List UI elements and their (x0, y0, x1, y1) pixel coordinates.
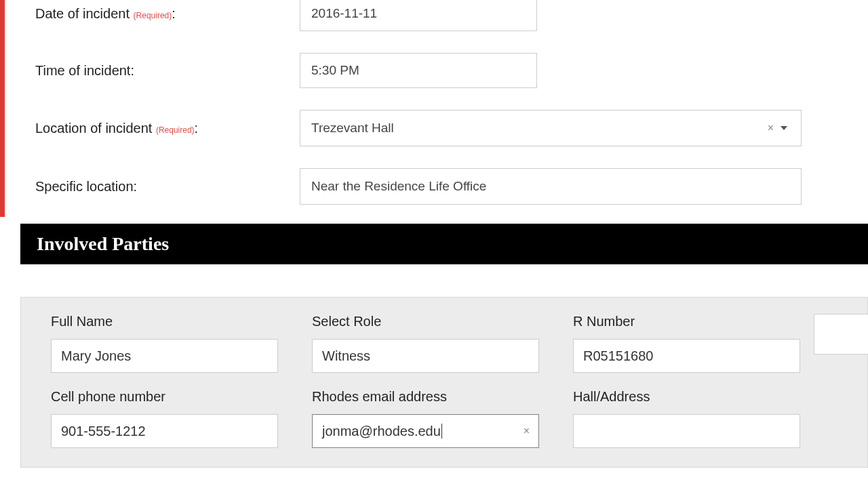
specific-location-value: Near the Residence Life Office (311, 179, 486, 194)
clear-icon[interactable]: × (768, 122, 774, 134)
rnumber-input[interactable]: R05151680 (573, 339, 800, 373)
location-label-text: Location of incident (35, 121, 152, 136)
email-input[interactable]: jonma@rhodes.edu (312, 414, 539, 448)
role-value: Witness (322, 348, 370, 364)
required-badge: (Required) (134, 11, 172, 20)
time-value: 5:30 PM (311, 63, 359, 78)
full-name-label: Full Name (51, 314, 278, 329)
location-select[interactable]: Trezevant Hall × (300, 110, 802, 146)
involved-party-card: Full Name Mary Jones Select Role Witness… (20, 297, 868, 468)
specific-location-label: Specific location: (35, 179, 300, 195)
date-value: 2016-11-11 (311, 6, 377, 21)
cell-input[interactable]: 901-555-1212 (51, 414, 278, 448)
email-value: jonma@rhodes.edu (322, 424, 441, 439)
email-label: Rhodes email address (312, 389, 539, 405)
date-label-text: Date of incident (35, 6, 130, 21)
role-label: Select Role (312, 314, 539, 329)
hall-input[interactable] (573, 414, 800, 448)
accent-bar (0, 0, 5, 217)
date-label: Date of incident (Required): (35, 6, 300, 22)
role-select[interactable]: Witness (312, 339, 539, 373)
time-label: Time of incident: (35, 63, 300, 79)
remove-party-button[interactable] (814, 314, 868, 354)
full-name-value: Mary Jones (61, 348, 131, 364)
section-header-involved: Involved Parties (20, 224, 868, 264)
hall-label: Hall/Address (573, 389, 800, 405)
full-name-input[interactable]: Mary Jones (51, 339, 278, 373)
rnumber-value: R05151680 (583, 348, 653, 364)
location-label: Location of incident (Required): (35, 121, 300, 136)
text-cursor (441, 424, 442, 439)
cell-value: 901-555-1212 (61, 424, 146, 439)
time-input[interactable]: 5:30 PM (300, 53, 537, 88)
date-input[interactable]: 2016-11-11 (300, 0, 537, 31)
incident-form: Date of incident (Required): 2016-11-11 … (0, 0, 868, 205)
cell-label: Cell phone number (51, 389, 278, 405)
specific-location-input[interactable]: Near the Residence Life Office (300, 168, 802, 205)
rnumber-label: R Number (573, 314, 800, 329)
chevron-down-icon[interactable] (781, 126, 787, 130)
required-badge: (Required) (156, 125, 195, 135)
location-value: Trezevant Hall (311, 121, 394, 136)
clear-icon[interactable]: × (524, 425, 530, 437)
